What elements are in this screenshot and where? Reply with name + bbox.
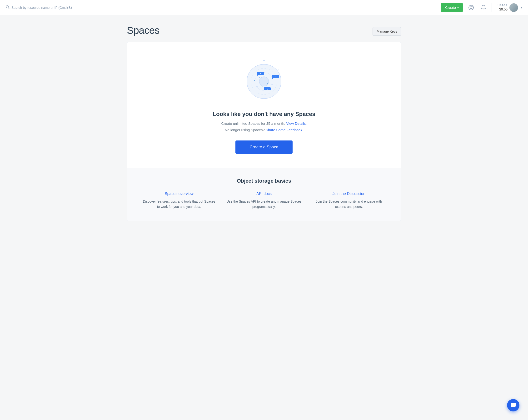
svg-line-5 bbox=[472, 8, 473, 9]
nav-right: Create ▾ USAGE $0.55 bbox=[441, 3, 522, 12]
navbar: Search by resource name or IP (Cmd+B) Cr… bbox=[0, 0, 528, 15]
view-details-link[interactable]: View Details. bbox=[286, 121, 307, 125]
svg-point-0 bbox=[6, 6, 9, 8]
notifications-button[interactable] bbox=[479, 3, 488, 12]
svg-point-17 bbox=[259, 77, 260, 78]
spaces-overview-link[interactable]: Spaces overview bbox=[141, 192, 217, 196]
spaces-illustration: + + bbox=[240, 56, 288, 104]
usage-block: USAGE $0.55 bbox=[498, 4, 507, 11]
api-docs-description: Use the Spaces API to create and manage … bbox=[226, 199, 302, 210]
main-content: Spaces Manage Keys + + bbox=[121, 15, 407, 236]
join-discussion-description: Join the Spaces community and engage wit… bbox=[311, 199, 387, 210]
search-icon bbox=[6, 5, 10, 10]
svg-text:●: ● bbox=[260, 73, 261, 74]
empty-state-title: Looks like you don't have any Spaces bbox=[213, 111, 315, 117]
svg-text:+: + bbox=[278, 69, 279, 71]
basics-grid: Spaces overview Discover features, tips,… bbox=[141, 192, 387, 210]
svg-point-20 bbox=[254, 80, 255, 81]
empty-state-feedback: No longer using Spaces? Share Some Feedb… bbox=[225, 128, 303, 132]
basics-item-api-docs: API docs Use the Spaces API to create an… bbox=[226, 192, 302, 210]
empty-state-card: + + bbox=[127, 42, 401, 168]
usage-label: USAGE bbox=[498, 4, 507, 7]
spaces-overview-description: Discover features, tips, and tools that … bbox=[141, 199, 217, 210]
svg-line-7 bbox=[469, 8, 470, 9]
svg-line-1 bbox=[8, 8, 10, 9]
page-header: Spaces Manage Keys bbox=[127, 25, 401, 36]
basics-section: Object storage basics Spaces overview Di… bbox=[127, 168, 401, 221]
svg-point-19 bbox=[263, 86, 263, 87]
svg-point-23 bbox=[271, 84, 272, 85]
create-button[interactable]: Create ▾ bbox=[441, 3, 463, 12]
basics-item-spaces-overview: Spaces overview Discover features, tips,… bbox=[141, 192, 217, 210]
svg-text:●: ● bbox=[276, 76, 276, 77]
account-chevron-icon: ▾ bbox=[521, 6, 522, 9]
create-space-button[interactable]: Create a Space bbox=[235, 141, 293, 154]
page-title: Spaces bbox=[127, 25, 159, 36]
svg-text:+: + bbox=[263, 59, 265, 62]
support-button[interactable] bbox=[467, 3, 475, 12]
empty-state-description: Create unlimited Spaces for $5 a month. … bbox=[221, 121, 307, 126]
svg-point-3 bbox=[470, 7, 472, 9]
chevron-down-icon: ▾ bbox=[457, 6, 459, 9]
basics-item-discussion: Join the Discussion Join the Spaces comm… bbox=[311, 192, 387, 210]
fab-button[interactable] bbox=[507, 399, 519, 411]
svg-point-16 bbox=[259, 77, 269, 86]
share-feedback-link[interactable]: Share Some Feedback. bbox=[266, 128, 303, 132]
basics-title: Object storage basics bbox=[141, 178, 387, 184]
svg-point-22 bbox=[257, 86, 258, 87]
api-docs-link[interactable]: API docs bbox=[226, 192, 302, 196]
search-placeholder-text: Search by resource name or IP (Cmd+B) bbox=[12, 6, 72, 10]
svg-line-4 bbox=[469, 6, 470, 7]
manage-keys-button[interactable]: Manage Keys bbox=[372, 27, 401, 36]
join-discussion-link[interactable]: Join the Discussion bbox=[311, 192, 387, 196]
svg-text:●: ● bbox=[267, 88, 268, 90]
svg-point-18 bbox=[267, 83, 268, 84]
search-container[interactable]: Search by resource name or IP (Cmd+B) bbox=[6, 5, 441, 10]
avatar[interactable] bbox=[509, 3, 518, 12]
svg-line-6 bbox=[472, 6, 473, 7]
usage-value: $0.55 bbox=[498, 7, 507, 12]
